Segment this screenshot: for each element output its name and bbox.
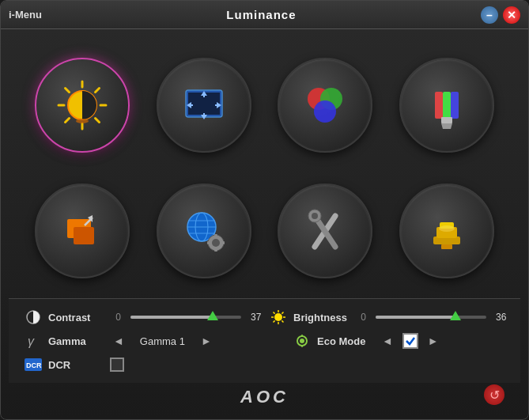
svg-rect-21: [74, 227, 94, 244]
svg-point-30: [212, 239, 220, 247]
eco-mode-label: Eco Mode: [317, 335, 372, 347]
footer: AOC ↺: [9, 383, 520, 411]
color-boost-icon-button[interactable]: [399, 58, 494, 153]
svg-point-58: [300, 339, 304, 343]
refresh-button[interactable]: ↺: [484, 384, 504, 405]
eco-mode-control: Eco Mode ◄ ►: [293, 332, 504, 350]
titlebar: i-Menu Luminance – ✕: [1, 1, 528, 29]
minimize-button[interactable]: –: [481, 6, 498, 24]
control-row-1: Contrast 0 37: [25, 308, 504, 326]
svg-marker-19: [441, 123, 452, 129]
contrast-min: 0: [110, 312, 121, 323]
icon-item-color-boost: [389, 45, 504, 165]
gamma-control: γ Gamma ◄ Gamma 1 ►: [25, 332, 293, 350]
brightness-slider-track[interactable]: [376, 316, 486, 319]
brightness-label: Brightness: [293, 312, 349, 324]
icon-item-picture-boost: [25, 171, 140, 290]
aoc-logo: AOC: [240, 387, 289, 407]
image-setup-icon-button[interactable]: [157, 58, 251, 153]
icon-item-extra: [268, 171, 384, 290]
osd-setup-icon-button[interactable]: [157, 184, 251, 278]
svg-rect-16: [443, 92, 451, 119]
contrast-label: Contrast: [48, 312, 104, 324]
svg-rect-32: [214, 248, 217, 252]
contrast-icon: [25, 308, 42, 326]
gamma-value: Gamma 1: [134, 334, 191, 349]
svg-rect-15: [435, 92, 443, 119]
gamma-label: Gamma: [48, 335, 104, 347]
brightness-slider-thumb: [450, 311, 461, 320]
eco-mode-icon: [293, 332, 311, 350]
picture-boost-icon-button[interactable]: [35, 184, 130, 278]
icons-grid: [9, 37, 520, 298]
svg-rect-17: [451, 92, 459, 119]
close-button[interactable]: ✕: [503, 6, 520, 24]
extra-icon-button[interactable]: [278, 184, 372, 278]
dcr-control: DCR DCR: [25, 356, 293, 373]
eco-mode-checkbox[interactable]: [402, 333, 418, 349]
svg-text:DCR: DCR: [26, 361, 42, 369]
control-row-2: γ Gamma ◄ Gamma 1 ►: [25, 332, 504, 350]
svg-line-53: [274, 320, 275, 322]
icon-item-image-setup: [146, 45, 262, 165]
controls-panel: Contrast 0 37: [9, 298, 520, 383]
svg-point-1: [76, 119, 89, 123]
contrast-slider-fill: [130, 316, 213, 319]
window-controls: – ✕: [481, 6, 520, 24]
dcr-label: DCR: [48, 359, 104, 371]
brightness-control: Brightness 0 36: [270, 308, 515, 326]
dcr-checkbox[interactable]: [110, 358, 124, 372]
exit-icon-button[interactable]: [399, 184, 494, 278]
icon-item-luminance: [25, 45, 140, 165]
icon-item-exit: [389, 171, 504, 290]
contrast-max: 37: [251, 312, 270, 323]
gamma-next-button[interactable]: ►: [198, 335, 215, 347]
window-title: Luminance: [42, 8, 481, 21]
luminance-icon-button[interactable]: [35, 58, 130, 153]
icon-item-osd-setup: [146, 171, 262, 290]
brightness-icon: [270, 308, 287, 326]
svg-point-38: [312, 213, 318, 219]
contrast-slider-track[interactable]: [130, 316, 241, 319]
svg-rect-33: [207, 241, 211, 244]
color-setup-icon-button[interactable]: [278, 58, 372, 153]
brightness-slider-fill: [376, 316, 455, 319]
brightness-max: 36: [496, 312, 515, 323]
eco-mode-prev-button[interactable]: ◄: [379, 335, 396, 347]
svg-point-14: [314, 100, 336, 123]
svg-line-51: [282, 320, 283, 322]
app-window: i-Menu Luminance – ✕: [0, 0, 529, 420]
contrast-control: Contrast 0 37: [25, 308, 270, 326]
svg-rect-34: [221, 241, 225, 244]
dcr-icon: DCR: [25, 356, 42, 373]
contrast-slider-thumb: [207, 311, 218, 320]
control-row-3: DCR DCR: [25, 356, 504, 373]
svg-text:γ: γ: [28, 335, 35, 348]
app-name: i-Menu: [9, 9, 42, 21]
svg-rect-42: [441, 244, 452, 249]
main-content: Contrast 0 37: [1, 29, 528, 419]
svg-rect-31: [214, 234, 217, 238]
gamma-icon: γ: [25, 332, 42, 350]
svg-line-52: [282, 312, 283, 314]
svg-line-50: [274, 312, 275, 314]
brightness-min: 0: [355, 312, 366, 323]
icon-item-color-setup: [268, 45, 384, 165]
eco-mode-next-button[interactable]: ►: [425, 335, 442, 347]
gamma-prev-button[interactable]: ◄: [110, 335, 127, 347]
svg-point-45: [274, 313, 282, 321]
svg-rect-18: [441, 117, 452, 123]
svg-point-43: [439, 225, 455, 232]
